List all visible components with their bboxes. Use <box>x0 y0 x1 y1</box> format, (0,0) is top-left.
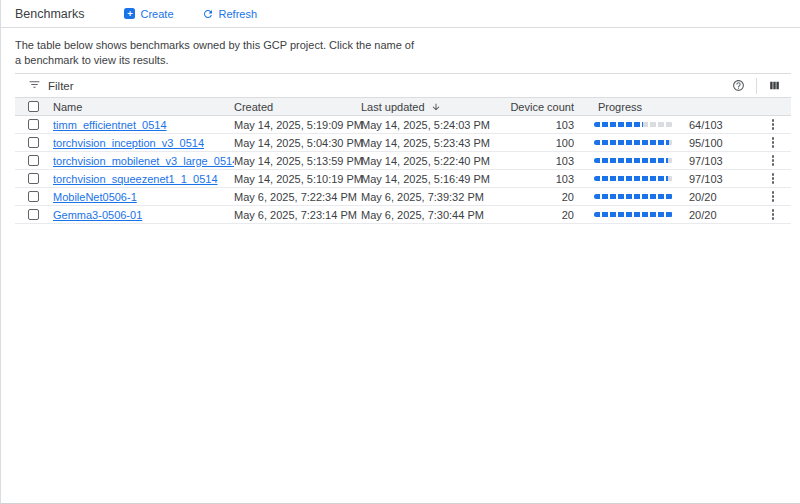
row-created: May 14, 2025, 5:13:59 PM <box>234 155 361 167</box>
progress-label: 97/103 <box>689 155 731 167</box>
row-checkbox-cell <box>15 191 53 202</box>
row-created: May 14, 2025, 5:19:09 PM <box>234 119 361 131</box>
row-checkbox[interactable] <box>28 119 39 130</box>
row-updated: May 14, 2025, 5:16:49 PM <box>361 173 501 185</box>
select-all-checkbox[interactable] <box>28 101 39 112</box>
row-name-cell: torchvision_squeezenet1_1_0514 <box>53 173 234 185</box>
filter-bar: Filter <box>15 74 791 97</box>
table-row: Gemma3-0506-01 May 6, 2025, 7:23:14 PM M… <box>15 206 791 224</box>
row-checkbox[interactable] <box>28 173 39 184</box>
progress-bar <box>594 158 673 163</box>
vertical-ellipsis-icon <box>772 155 775 158</box>
row-progress-cell: 20/20 <box>578 189 791 204</box>
progress-label: 64/103 <box>689 119 731 131</box>
help-icon <box>732 79 745 92</box>
row-name-cell: timm_efficientnet_0514 <box>53 119 234 131</box>
row-menu-button[interactable] <box>770 171 777 186</box>
progress-fill <box>594 122 643 127</box>
progress-fill <box>594 140 669 145</box>
row-created: May 6, 2025, 7:22:34 PM <box>234 191 361 203</box>
vertical-ellipsis-icon <box>772 191 775 194</box>
row-menu-button[interactable] <box>770 189 777 204</box>
column-header-name[interactable]: Name <box>53 101 234 113</box>
row-updated: May 6, 2025, 7:39:32 PM <box>361 191 501 203</box>
table-header-row: Name Created Last updated Device count P… <box>15 97 791 116</box>
row-progress-cell: 97/103 <box>578 171 791 186</box>
filter-field[interactable]: Filter <box>28 77 74 95</box>
column-display-button[interactable] <box>768 79 781 92</box>
row-checkbox[interactable] <box>28 191 39 202</box>
progress-bar <box>594 122 673 127</box>
benchmarks-table-card: Filter Name Created Last updated <box>15 73 791 224</box>
progress-fill <box>594 158 668 163</box>
refresh-button-label: Refresh <box>219 8 258 20</box>
row-progress-cell: 20/20 <box>578 207 791 222</box>
page-description: The table below shows benchmarks owned b… <box>15 38 415 68</box>
sort-descending-icon <box>431 102 441 112</box>
row-menu-button[interactable] <box>770 135 777 150</box>
row-checkbox-cell <box>15 119 53 130</box>
create-button-label: Create <box>140 8 173 20</box>
row-progress-cell: 95/100 <box>578 135 791 150</box>
row-device-count: 103 <box>501 173 578 185</box>
vertical-ellipsis-icon <box>772 173 775 176</box>
row-name-link[interactable]: torchvision_inception_v3_0514 <box>53 137 204 149</box>
row-created: May 6, 2025, 7:23:14 PM <box>234 209 361 221</box>
plus-square-icon: + <box>124 8 135 19</box>
benchmarks-page: Benchmarks + Create Refresh The table be… <box>0 0 800 504</box>
row-progress-cell: 97/103 <box>578 153 791 168</box>
column-header-last-updated-label: Last updated <box>361 101 425 113</box>
filter-label: Filter <box>48 80 74 92</box>
row-checkbox-cell <box>15 137 53 148</box>
vertical-ellipsis-icon <box>772 209 775 212</box>
progress-label: 95/100 <box>689 137 731 149</box>
row-checkbox[interactable] <box>28 137 39 148</box>
progress-label: 97/103 <box>689 173 731 185</box>
column-header-progress[interactable]: Progress <box>578 101 791 113</box>
table-row: torchvision_inception_v3_0514 May 14, 20… <box>15 134 791 152</box>
column-header-created[interactable]: Created <box>234 101 361 113</box>
row-name-link[interactable]: MobileNet0506-1 <box>53 191 137 203</box>
row-menu-button[interactable] <box>770 207 777 222</box>
progress-fill <box>594 212 673 217</box>
header-checkbox-cell <box>15 101 53 112</box>
row-name-cell: torchvision_mobilenet_v3_large_0514 <box>53 155 234 167</box>
row-name-cell: MobileNet0506-1 <box>53 191 234 203</box>
row-name-link[interactable]: timm_efficientnet_0514 <box>53 119 167 131</box>
row-name-link[interactable]: torchvision_mobilenet_v3_large_0514 <box>53 155 234 167</box>
row-device-count: 100 <box>501 137 578 149</box>
column-header-device-count[interactable]: Device count <box>501 101 578 113</box>
columns-icon <box>768 79 781 92</box>
row-progress-cell: 64/103 <box>578 117 791 132</box>
row-device-count: 103 <box>501 155 578 167</box>
row-name-link[interactable]: Gemma3-0506-01 <box>53 209 142 221</box>
row-device-count: 20 <box>501 191 578 203</box>
table-body: timm_efficientnet_0514 May 14, 2025, 5:1… <box>15 116 791 224</box>
progress-fill <box>594 194 673 199</box>
row-menu-button[interactable] <box>770 117 777 132</box>
page-title: Benchmarks <box>15 7 84 21</box>
row-checkbox-cell <box>15 155 53 166</box>
help-button[interactable] <box>732 79 745 92</box>
toolbar-divider <box>756 78 757 94</box>
progress-bar <box>594 140 673 145</box>
row-name-link[interactable]: torchvision_squeezenet1_1_0514 <box>53 173 218 185</box>
row-menu-button[interactable] <box>770 153 777 168</box>
column-header-last-updated[interactable]: Last updated <box>361 101 501 113</box>
create-button[interactable]: + Create <box>124 8 173 20</box>
row-name-cell: Gemma3-0506-01 <box>53 209 234 221</box>
refresh-button[interactable]: Refresh <box>202 8 258 20</box>
vertical-ellipsis-icon <box>772 137 775 140</box>
progress-bar <box>594 176 673 181</box>
table-row: MobileNet0506-1 May 6, 2025, 7:22:34 PM … <box>15 188 791 206</box>
row-device-count: 20 <box>501 209 578 221</box>
row-updated: May 14, 2025, 5:24:03 PM <box>361 119 501 131</box>
row-checkbox[interactable] <box>28 209 39 220</box>
row-checkbox-cell <box>15 173 53 184</box>
row-name-cell: torchvision_inception_v3_0514 <box>53 137 234 149</box>
vertical-ellipsis-icon <box>772 119 775 122</box>
row-created: May 14, 2025, 5:10:19 PM <box>234 173 361 185</box>
table-row: torchvision_squeezenet1_1_0514 May 14, 2… <box>15 170 791 188</box>
table-row: timm_efficientnet_0514 May 14, 2025, 5:1… <box>15 116 791 134</box>
row-checkbox[interactable] <box>28 155 39 166</box>
